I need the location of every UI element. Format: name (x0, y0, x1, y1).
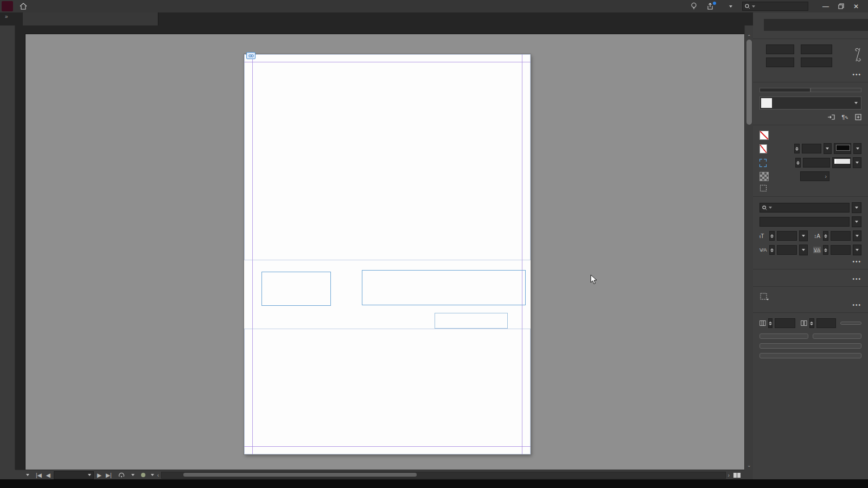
columns-value[interactable] (775, 318, 795, 328)
spread-view-icon[interactable] (733, 472, 741, 478)
workspace-switcher[interactable] (720, 5, 738, 8)
font-family-input[interactable] (760, 203, 850, 213)
share-icon[interactable] (704, 2, 716, 11)
gutter-stepper[interactable] (809, 318, 814, 328)
style-edit-icon[interactable]: ¶✎ (841, 114, 848, 120)
font-size-value[interactable] (777, 231, 797, 241)
fill-swatch-none[interactable] (760, 131, 769, 140)
document-canvas[interactable] (25, 34, 744, 470)
horizontal-scrollbar-thumb[interactable] (183, 473, 417, 477)
indesign-app: — ✕ » (0, 0, 868, 488)
h-input[interactable] (801, 57, 832, 67)
kerning-value[interactable] (777, 245, 797, 255)
w-input[interactable] (801, 44, 832, 54)
next-page-icon[interactable]: ▶ (97, 472, 101, 478)
more-options-icon[interactable]: ••• (848, 72, 861, 78)
leading-stepper[interactable] (823, 231, 828, 241)
text-frame-edge[interactable] (435, 313, 508, 329)
learn-bulb-icon[interactable] (688, 2, 700, 11)
align-to-dropdown[interactable] (760, 292, 769, 301)
stroke-weight-stepper[interactable] (794, 144, 799, 153)
text-frame-selection[interactable] (261, 272, 331, 306)
gutter-value[interactable] (816, 318, 836, 328)
stroke-color-swatch[interactable] (834, 143, 851, 154)
kerning-dropdown[interactable] (799, 245, 808, 255)
x-input[interactable] (766, 44, 794, 54)
corner-shape-swatch[interactable] (832, 157, 851, 168)
vertical-scrollbar[interactable]: ⌃ ⌄ (744, 25, 754, 470)
vertical-scrollbar-thumb[interactable] (746, 40, 752, 125)
more-options-icon[interactable]: ••• (848, 259, 861, 265)
tab-character-styles[interactable] (810, 88, 861, 92)
font-family-dropdown[interactable] (852, 202, 861, 213)
tracking-dropdown[interactable] (853, 245, 861, 255)
stroke-color-dropdown[interactable] (853, 143, 861, 154)
stroke-swatch-none[interactable] (760, 144, 767, 153)
previous-page-icon[interactable]: ◀ (46, 472, 50, 478)
lock-button[interactable] (760, 333, 808, 339)
corner-radius-value[interactable] (803, 158, 830, 168)
font-size-icon: tT (760, 233, 767, 239)
toolbar-collapse-icon[interactable]: » (5, 14, 8, 20)
preflight-status-menu[interactable] (138, 473, 157, 477)
paragraph-style-dropdown[interactable] (760, 97, 861, 110)
document-tab[interactable] (23, 12, 158, 25)
font-size-dropdown[interactable] (799, 230, 808, 241)
redefine-style-icon[interactable] (827, 114, 835, 120)
arrange-button[interactable] (760, 343, 861, 349)
preflight-menu[interactable] (115, 472, 138, 478)
text-frame-selection[interactable] (362, 270, 526, 305)
kerning-stepper[interactable] (769, 245, 775, 255)
scroll-left-icon[interactable]: ‹ (157, 472, 159, 478)
tab-cc-libraries[interactable] (775, 19, 786, 31)
stroke-weight-value[interactable] (802, 144, 821, 153)
vertical-ruler[interactable] (15, 34, 25, 470)
last-page-icon[interactable]: ▶| (106, 472, 112, 478)
new-style-icon[interactable] (855, 114, 861, 120)
scroll-down-icon[interactable]: ⌄ (747, 463, 751, 468)
object-effects-icon[interactable] (760, 184, 767, 192)
columns-stepper[interactable] (768, 318, 773, 328)
tracking-stepper[interactable] (823, 245, 828, 255)
home-icon[interactable] (20, 3, 27, 10)
scroll-up-icon[interactable]: ⌃ (747, 34, 751, 40)
corner-radius-stepper[interactable] (795, 158, 801, 168)
stock-search-input[interactable] (742, 2, 808, 11)
group-button[interactable] (813, 333, 861, 339)
tab-pages[interactable] (764, 19, 775, 31)
corner-shape-dropdown[interactable] (853, 157, 861, 168)
scroll-right-icon[interactable]: › (728, 472, 730, 478)
preflight-icon (118, 472, 125, 478)
indesign-logo-icon[interactable] (2, 1, 13, 11)
zoom-level-dropdown[interactable] (21, 474, 33, 476)
restore-button[interactable] (833, 0, 848, 12)
leading-value[interactable] (831, 231, 851, 241)
minimize-button[interactable]: — (818, 0, 833, 12)
more-options-icon[interactable]: ••• (848, 302, 861, 308)
constrain-proportions-icon[interactable] (854, 47, 861, 63)
page-number-field[interactable] (54, 471, 94, 479)
close-button[interactable]: ✕ (848, 0, 864, 12)
horizontal-scrollbar[interactable] (161, 472, 725, 479)
font-style-input[interactable] (760, 217, 850, 227)
link-badge-icon[interactable] (246, 52, 256, 59)
fill-placeholder-button[interactable] (760, 353, 861, 358)
leading-dropdown[interactable] (853, 230, 861, 241)
desktop-edge (0, 479, 868, 488)
first-page-icon[interactable]: |◀ (36, 472, 42, 478)
tab-properties[interactable] (753, 19, 764, 31)
postcard-page[interactable] (244, 54, 531, 454)
font-size-stepper[interactable] (769, 231, 775, 241)
opacity-field[interactable]: › (800, 171, 829, 181)
ruler-origin-corner[interactable] (15, 25, 25, 34)
document-tab-bar: » (0, 12, 868, 25)
y-input[interactable] (766, 57, 794, 67)
text-frame-options-button[interactable] (840, 322, 861, 325)
font-style-dropdown[interactable] (852, 216, 861, 227)
tracking-value[interactable] (831, 245, 851, 255)
tab-paragraph-styles[interactable] (760, 88, 810, 92)
more-options-icon[interactable]: ••• (848, 276, 861, 282)
horizontal-ruler[interactable] (25, 25, 744, 34)
margin-guide (244, 446, 531, 447)
stroke-weight-dropdown[interactable] (824, 143, 832, 154)
